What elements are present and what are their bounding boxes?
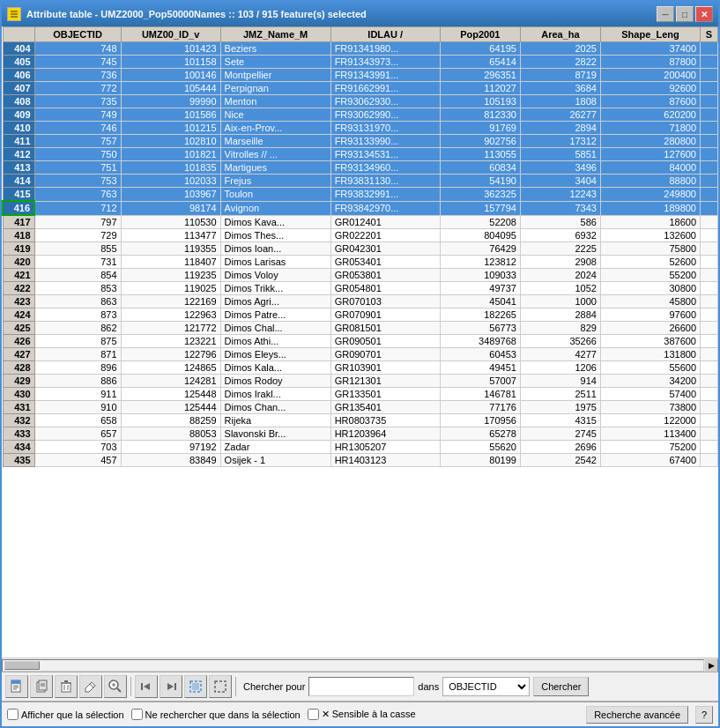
table-row[interactable]: 429886124281Dimos RodoyGR121301570079143… xyxy=(3,375,718,388)
table-container: OBJECTID UMZ00_ID_v JMZ_Name_M IDLAU / P… xyxy=(2,26,718,672)
cell-OBJECTID: 736 xyxy=(34,69,121,82)
tool-zoom-btn[interactable] xyxy=(104,675,127,698)
table-row[interactable]: 427871122796Dimos Eleys...GR090701604534… xyxy=(3,348,718,361)
col-s[interactable]: S xyxy=(701,27,718,42)
table-row[interactable]: 43265888259RijekaHR080373517095643151220… xyxy=(3,414,718,427)
table-row[interactable]: 418729113477Dimos Thes...GR0222018040956… xyxy=(3,229,718,242)
cell-OBJECTID: 886 xyxy=(34,375,121,388)
cell-UMZ00_ID_v: 98174 xyxy=(121,201,220,215)
table-scroll[interactable]: OBJECTID UMZ00_ID_v JMZ_Name_M IDLAU / P… xyxy=(2,26,718,657)
table-row[interactable]: 406736100146MontpellierFR91343991...2963… xyxy=(3,69,718,82)
row-number: 407 xyxy=(3,82,34,95)
table-row[interactable]: 405745101158SeteFR91343973...65414282287… xyxy=(3,56,718,69)
table-row[interactable]: 411757102810MarseilleFR93133990...902756… xyxy=(3,135,718,148)
table-row[interactable]: 40873599990MentonFR93062930...1051931808… xyxy=(3,95,718,108)
cell-IDLAU: GR081501 xyxy=(330,322,440,335)
cell-Area_ha: 1206 xyxy=(520,361,600,375)
maximize-button[interactable]: □ xyxy=(676,6,694,22)
cell-UMZ00_ID_v: 110530 xyxy=(121,215,220,229)
cell-Area_ha: 3684 xyxy=(520,82,600,95)
close-button[interactable]: ✕ xyxy=(695,6,713,22)
advanced-search-button[interactable]: Recherche avancée xyxy=(586,706,688,724)
cell-JMZ_Name_M: Aix-en-Prov... xyxy=(220,122,330,135)
col-pop2001[interactable]: Pop2001 xyxy=(440,27,520,42)
row-number: 430 xyxy=(3,388,34,401)
row-number: 405 xyxy=(3,56,34,69)
cell-JMZ_Name_M: Martigues xyxy=(220,161,330,175)
cell-Shape_Leng: 75200 xyxy=(600,441,700,454)
col-umz00[interactable]: UMZ00_ID_v xyxy=(121,27,220,42)
tool-copy-btn[interactable] xyxy=(30,675,53,698)
cell-UMZ00_ID_v: 101821 xyxy=(121,148,220,161)
cell-Area_ha: 1052 xyxy=(520,282,600,295)
case-sensitive-checkbox-label[interactable]: ✕ Sensible à la casse xyxy=(308,709,416,720)
tool-delete-btn[interactable] xyxy=(55,675,78,698)
table-row[interactable]: 415763103967ToulonFR93832991...362325122… xyxy=(3,188,718,202)
search-in-selection-checkbox-label[interactable]: Ne rechercher que dans la sélection xyxy=(131,709,301,720)
table-row[interactable]: 430911125448Dimos Irakl...GR133501146781… xyxy=(3,388,718,401)
col-areaha[interactable]: Area_ha xyxy=(520,27,600,42)
table-row[interactable]: 414753102033FrejusFR93831130...541903404… xyxy=(3,175,718,188)
show-selection-checkbox-label[interactable]: Afficher que la sélection xyxy=(7,709,124,720)
table-row[interactable]: 409749101586NiceFR93062990...81233026277… xyxy=(3,108,718,122)
table-row[interactable]: 424873122963Dimos Patre...GR070901182265… xyxy=(3,308,718,322)
cell-OBJECTID: 751 xyxy=(34,161,121,175)
cell-JMZ_Name_M: Nice xyxy=(220,108,330,122)
table-row[interactable]: 421854119235Dimos VoloyGR053801109033202… xyxy=(3,269,718,282)
cell-Pop2001: 65278 xyxy=(440,427,520,441)
table-row[interactable]: 410746101215Aix-en-Prov...FR93131970...9… xyxy=(3,122,718,135)
cell-OBJECTID: 911 xyxy=(34,388,121,401)
tool-deselect-btn[interactable] xyxy=(209,675,232,698)
col-objectid[interactable]: OBJECTID xyxy=(34,27,121,42)
tool-new-btn[interactable] xyxy=(5,675,28,698)
cell-Shape_Leng: 88800 xyxy=(600,175,700,188)
cell-Shape_Leng: 75800 xyxy=(600,242,700,256)
table-row[interactable]: 43365788053Slavonski Br...HR120396465278… xyxy=(3,427,718,441)
table-row[interactable]: 423863122169Dimos Agri...GR0701034504110… xyxy=(3,295,718,308)
cell-UMZ00_ID_v: 118407 xyxy=(121,256,220,269)
scroll-right-btn[interactable]: ▶ xyxy=(704,658,718,672)
table-row[interactable]: 41671298174AvignonFR93842970...157794734… xyxy=(3,201,718,215)
table-row[interactable]: 419855119355Dimos Ioan...GR0423017642922… xyxy=(3,242,718,256)
tool-next-btn[interactable] xyxy=(160,675,182,698)
table-row[interactable]: 43545783849Osijek - 1HR14031238019925426… xyxy=(3,454,718,467)
col-jmzname[interactable]: JMZ_Name_M xyxy=(220,27,330,42)
table-row[interactable]: 412750101821Vitrolles // ...FR93134531..… xyxy=(3,148,718,161)
show-selection-checkbox[interactable] xyxy=(7,709,19,720)
search-button[interactable]: Chercher xyxy=(533,677,589,696)
table-row[interactable]: 428896124865Dimos Kala...GR1039014945112… xyxy=(3,361,718,375)
search-in-label: dans xyxy=(418,681,439,692)
tool-select-all-btn[interactable] xyxy=(184,675,207,698)
col-shapeleng[interactable]: Shape_Leng xyxy=(600,27,700,42)
table-row[interactable]: 417797110530Dimos Kava...GR0124015220858… xyxy=(3,215,718,229)
row-number: 408 xyxy=(3,95,34,108)
cell-IDLAU: FR93134531... xyxy=(330,148,440,161)
cell-Area_ha: 2745 xyxy=(520,427,600,441)
col-idlau[interactable]: IDLAU / xyxy=(330,27,440,42)
cell-Pop2001: 57007 xyxy=(440,375,520,388)
table-row[interactable]: 43470397192ZadarHR130520755620269675200 xyxy=(3,441,718,454)
help-button[interactable]: ? xyxy=(695,706,713,724)
case-sensitive-checkbox[interactable] xyxy=(308,709,319,720)
table-row[interactable]: 431910125444Dimos Chan...GR1354017717619… xyxy=(3,401,718,414)
table-row[interactable]: 425862121772Dimos Chal...GR0815015677382… xyxy=(3,322,718,335)
row-number: 432 xyxy=(3,414,34,427)
cell-JMZ_Name_M: Dimos Voloy xyxy=(220,269,330,282)
table-row[interactable]: 407772105444PerpignanFR91662991...112027… xyxy=(3,82,718,95)
table-row[interactable]: 420731118407Dimos LarisasGR0534011238122… xyxy=(3,256,718,269)
tool-edit-btn[interactable] xyxy=(79,675,102,698)
tool-prev-btn[interactable] xyxy=(135,675,158,698)
search-input[interactable] xyxy=(308,677,414,696)
cell-JMZ_Name_M: Dimos Rodoy xyxy=(220,375,330,388)
table-row[interactable]: 413751101835MartiguesFR93134960...608343… xyxy=(3,161,718,175)
cell-Shape_Leng: 30800 xyxy=(600,282,700,295)
table-row[interactable]: 422853119025Dimos Trikk...GR054801497371… xyxy=(3,282,718,295)
cell-UMZ00_ID_v: 101423 xyxy=(121,42,220,56)
search-in-selection-checkbox[interactable] xyxy=(131,709,143,720)
table-row[interactable]: 426875123221Dimos Athi...GR0905013489768… xyxy=(3,335,718,348)
horizontal-scrollbar[interactable]: ▶ xyxy=(2,657,718,672)
table-row[interactable]: 404748101423BeziersFR91341980...64195202… xyxy=(3,42,718,56)
search-field-select[interactable]: OBJECTID UMZ00_ID_v JMZ_Name_M IDLAU Pop… xyxy=(442,677,530,696)
col-rownum[interactable] xyxy=(3,27,34,42)
minimize-button[interactable]: ─ xyxy=(657,6,674,22)
